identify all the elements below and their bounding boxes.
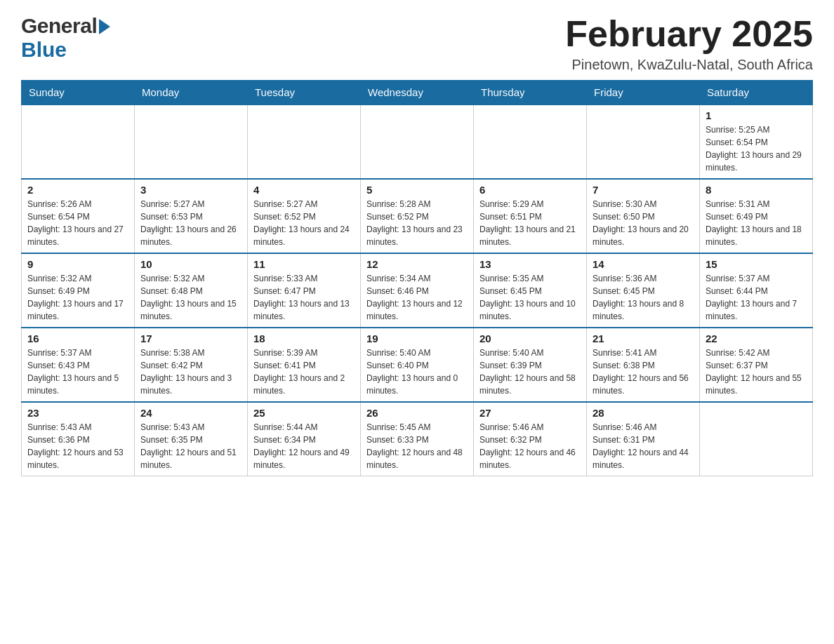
calendar-day-cell: 4Sunrise: 5:27 AMSunset: 6:52 PMDaylight…	[248, 179, 361, 253]
day-info: Sunrise: 5:42 AMSunset: 6:37 PMDaylight:…	[706, 347, 807, 397]
calendar-day-cell: 5Sunrise: 5:28 AMSunset: 6:52 PMDaylight…	[361, 179, 474, 253]
day-number: 7	[593, 184, 694, 196]
calendar-day-cell: 16Sunrise: 5:37 AMSunset: 6:43 PMDayligh…	[22, 328, 135, 402]
day-number: 9	[27, 258, 128, 270]
day-info: Sunrise: 5:33 AMSunset: 6:47 PMDaylight:…	[253, 272, 355, 323]
day-number: 11	[253, 258, 355, 270]
calendar-header-row: SundayMondayTuesdayWednesdayThursdayFrid…	[22, 81, 813, 105]
title-section: February 2025 Pinetown, KwaZulu-Natal, S…	[565, 14, 813, 73]
calendar-day-cell: 2Sunrise: 5:26 AMSunset: 6:54 PMDaylight…	[22, 179, 135, 253]
day-info: Sunrise: 5:44 AMSunset: 6:34 PMDaylight:…	[253, 421, 355, 471]
day-info: Sunrise: 5:39 AMSunset: 6:41 PMDaylight:…	[253, 347, 355, 397]
day-number: 13	[479, 258, 581, 270]
calendar-day-cell: 18Sunrise: 5:39 AMSunset: 6:41 PMDayligh…	[248, 328, 361, 402]
calendar-day-cell: 8Sunrise: 5:31 AMSunset: 6:49 PMDaylight…	[700, 179, 813, 253]
location-text: Pinetown, KwaZulu-Natal, South Africa	[565, 57, 813, 73]
calendar-day-cell: 25Sunrise: 5:44 AMSunset: 6:34 PMDayligh…	[248, 402, 361, 476]
calendar-day-cell: 17Sunrise: 5:38 AMSunset: 6:42 PMDayligh…	[135, 328, 248, 402]
day-number: 3	[140, 184, 241, 196]
day-info: Sunrise: 5:34 AMSunset: 6:46 PMDaylight:…	[366, 272, 468, 323]
calendar-week-row: 23Sunrise: 5:43 AMSunset: 6:36 PMDayligh…	[22, 402, 813, 476]
day-info: Sunrise: 5:36 AMSunset: 6:45 PMDaylight:…	[593, 272, 694, 323]
logo: General Blue	[21, 14, 110, 62]
day-info: Sunrise: 5:45 AMSunset: 6:33 PMDaylight:…	[366, 421, 468, 471]
day-number: 23	[27, 407, 128, 419]
day-info: Sunrise: 5:43 AMSunset: 6:35 PMDaylight:…	[140, 421, 241, 471]
day-number: 25	[253, 407, 355, 419]
calendar-week-row: 1Sunrise: 5:25 AMSunset: 6:54 PMDaylight…	[22, 105, 813, 179]
calendar-day-header: Sunday	[22, 81, 135, 105]
day-number: 26	[366, 407, 468, 419]
day-number: 10	[140, 258, 241, 270]
calendar-day-header: Wednesday	[361, 81, 474, 105]
calendar-week-row: 9Sunrise: 5:32 AMSunset: 6:49 PMDaylight…	[22, 253, 813, 328]
calendar-day-cell	[474, 105, 587, 179]
day-number: 19	[366, 333, 468, 344]
day-info: Sunrise: 5:41 AMSunset: 6:38 PMDaylight:…	[593, 347, 694, 397]
day-info: Sunrise: 5:46 AMSunset: 6:31 PMDaylight:…	[593, 421, 694, 471]
calendar-day-cell	[22, 105, 135, 179]
day-number: 12	[366, 258, 468, 270]
day-info: Sunrise: 5:37 AMSunset: 6:44 PMDaylight:…	[706, 272, 807, 323]
calendar-day-cell	[361, 105, 474, 179]
calendar-day-cell: 3Sunrise: 5:27 AMSunset: 6:53 PMDaylight…	[135, 179, 248, 253]
calendar-day-cell: 24Sunrise: 5:43 AMSunset: 6:35 PMDayligh…	[135, 402, 248, 476]
calendar-day-cell	[700, 402, 813, 476]
calendar-day-header: Tuesday	[248, 81, 361, 105]
logo-blue-text: Blue	[21, 38, 110, 62]
day-number: 20	[479, 333, 581, 344]
day-info: Sunrise: 5:32 AMSunset: 6:49 PMDaylight:…	[27, 272, 128, 323]
day-number: 28	[593, 407, 694, 419]
day-info: Sunrise: 5:28 AMSunset: 6:52 PMDaylight:…	[366, 198, 468, 248]
calendar-day-cell: 28Sunrise: 5:46 AMSunset: 6:31 PMDayligh…	[587, 402, 700, 476]
day-info: Sunrise: 5:35 AMSunset: 6:45 PMDaylight:…	[479, 272, 581, 323]
calendar-day-cell: 6Sunrise: 5:29 AMSunset: 6:51 PMDaylight…	[474, 179, 587, 253]
calendar-day-header: Friday	[587, 81, 700, 105]
day-info: Sunrise: 5:32 AMSunset: 6:48 PMDaylight:…	[140, 272, 241, 323]
logo-general-text: General	[21, 14, 97, 38]
day-info: Sunrise: 5:37 AMSunset: 6:43 PMDaylight:…	[27, 347, 128, 397]
calendar-day-cell: 12Sunrise: 5:34 AMSunset: 6:46 PMDayligh…	[361, 253, 474, 328]
day-number: 18	[253, 333, 355, 344]
calendar-week-row: 16Sunrise: 5:37 AMSunset: 6:43 PMDayligh…	[22, 328, 813, 402]
calendar-day-cell: 13Sunrise: 5:35 AMSunset: 6:45 PMDayligh…	[474, 253, 587, 328]
calendar-day-cell: 23Sunrise: 5:43 AMSunset: 6:36 PMDayligh…	[22, 402, 135, 476]
calendar-day-cell: 7Sunrise: 5:30 AMSunset: 6:50 PMDaylight…	[587, 179, 700, 253]
calendar-day-header: Monday	[135, 81, 248, 105]
calendar-day-cell: 27Sunrise: 5:46 AMSunset: 6:32 PMDayligh…	[474, 402, 587, 476]
day-number: 27	[479, 407, 581, 419]
day-info: Sunrise: 5:31 AMSunset: 6:49 PMDaylight:…	[706, 198, 807, 248]
day-number: 5	[366, 184, 468, 196]
day-info: Sunrise: 5:40 AMSunset: 6:39 PMDaylight:…	[479, 347, 581, 397]
day-number: 17	[140, 333, 241, 344]
day-number: 6	[479, 184, 581, 196]
calendar-day-cell: 22Sunrise: 5:42 AMSunset: 6:37 PMDayligh…	[700, 328, 813, 402]
day-number: 8	[706, 184, 807, 196]
calendar-week-row: 2Sunrise: 5:26 AMSunset: 6:54 PMDaylight…	[22, 179, 813, 253]
calendar-table: SundayMondayTuesdayWednesdayThursdayFrid…	[21, 80, 813, 476]
calendar-day-cell: 1Sunrise: 5:25 AMSunset: 6:54 PMDaylight…	[700, 105, 813, 179]
calendar-day-cell	[135, 105, 248, 179]
calendar-day-cell: 9Sunrise: 5:32 AMSunset: 6:49 PMDaylight…	[22, 253, 135, 328]
calendar-day-cell	[587, 105, 700, 179]
calendar-day-header: Thursday	[474, 81, 587, 105]
day-number: 16	[27, 333, 128, 344]
month-title: February 2025	[565, 14, 813, 54]
calendar-day-header: Saturday	[700, 81, 813, 105]
calendar-day-cell: 15Sunrise: 5:37 AMSunset: 6:44 PMDayligh…	[700, 253, 813, 328]
calendar-day-cell: 11Sunrise: 5:33 AMSunset: 6:47 PMDayligh…	[248, 253, 361, 328]
page-header: General Blue February 2025 Pinetown, Kwa…	[21, 14, 813, 73]
day-number: 1	[706, 109, 807, 121]
day-info: Sunrise: 5:29 AMSunset: 6:51 PMDaylight:…	[479, 198, 581, 248]
day-info: Sunrise: 5:40 AMSunset: 6:40 PMDaylight:…	[366, 347, 468, 397]
day-info: Sunrise: 5:43 AMSunset: 6:36 PMDaylight:…	[27, 421, 128, 471]
calendar-day-cell: 14Sunrise: 5:36 AMSunset: 6:45 PMDayligh…	[587, 253, 700, 328]
day-info: Sunrise: 5:26 AMSunset: 6:54 PMDaylight:…	[27, 198, 128, 248]
calendar-day-cell: 21Sunrise: 5:41 AMSunset: 6:38 PMDayligh…	[587, 328, 700, 402]
calendar-day-cell: 10Sunrise: 5:32 AMSunset: 6:48 PMDayligh…	[135, 253, 248, 328]
day-info: Sunrise: 5:25 AMSunset: 6:54 PMDaylight:…	[706, 123, 807, 174]
calendar-day-cell	[248, 105, 361, 179]
day-number: 14	[593, 258, 694, 270]
calendar-day-cell: 19Sunrise: 5:40 AMSunset: 6:40 PMDayligh…	[361, 328, 474, 402]
calendar-day-cell: 20Sunrise: 5:40 AMSunset: 6:39 PMDayligh…	[474, 328, 587, 402]
